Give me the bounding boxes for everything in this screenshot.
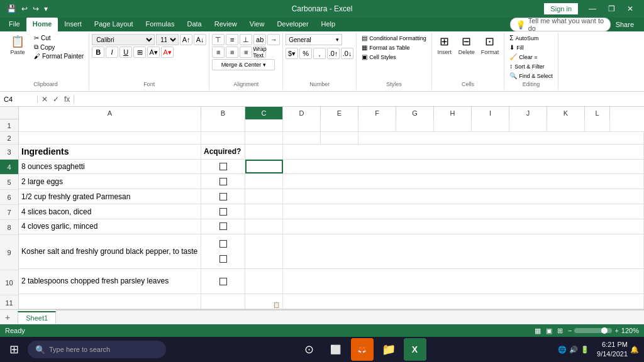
row-num-7[interactable]: 7 [0,205,19,220]
cell-a3-ingredients[interactable]: Ingredients [19,145,201,159]
sort-filter-btn[interactable]: ↕ Sort & Filter [507,62,547,70]
checkbox-b9b[interactable] [219,255,227,263]
indent-increase-btn[interactable]: → [267,34,280,45]
row-num-3[interactable]: 3 [0,145,19,160]
sign-in-button[interactable]: Sign in [543,3,579,15]
col-header-c[interactable]: C [245,107,283,119]
font-name-select[interactable]: Calibri [92,34,155,45]
cell-c6[interactable] [245,189,283,204]
delete-btn[interactable]: ⊟ Delete [456,34,477,57]
save-quick-btn[interactable]: 💾 [5,3,18,14]
cell-j1[interactable] [509,119,547,131]
col-header-k[interactable]: K [547,107,585,119]
row-num-6[interactable]: 6 [0,190,19,205]
cell-a7[interactable]: 4 slices bacon, diced [19,204,201,219]
cell-a2[interactable] [19,132,201,144]
taskbar-firefox-btn[interactable]: 🦊 [351,338,374,361]
font-size-select[interactable]: 11 [156,34,179,45]
cell-e2[interactable] [321,132,358,144]
cell-a5[interactable]: 2 large eggs [19,174,201,189]
row-num-9[interactable]: 9 [0,235,19,270]
cell-d1[interactable] [283,119,321,131]
cell-l1[interactable] [585,119,610,131]
underline-button[interactable]: U [119,47,132,58]
cell-i1[interactable] [472,119,509,131]
cell-b10-checkbox[interactable] [201,269,245,293]
fill-btn[interactable]: ⬇ Fill [507,43,526,52]
checkbox-b7[interactable] [219,208,227,216]
tab-review[interactable]: Review [208,18,243,31]
cell-a11[interactable] [19,294,201,309]
view-normal-btn[interactable]: ▦ [535,327,541,335]
merge-center-btn[interactable]: Merge & Center ▾ [212,59,275,70]
tell-me-box[interactable]: 💡 Tell me what you want to do [510,18,611,31]
col-header-d[interactable]: D [283,107,321,119]
redo-quick-btn[interactable]: ↪ [31,3,41,14]
cell-c8[interactable] [245,219,283,234]
taskbar-cortana-btn[interactable]: ⊙ [298,338,321,361]
align-left-btn[interactable]: ≡ [212,47,225,58]
cell-remaining-8[interactable] [283,219,644,234]
cut-button[interactable]: ✂ Cut [31,34,86,42]
col-header-j[interactable]: J [509,107,547,119]
currency-btn[interactable]: $▾ [286,48,298,59]
find-select-btn[interactable]: 🔍 Find & Select [507,72,555,80]
cell-a6[interactable]: 1/2 cup freshly grated Parmesan [19,189,201,204]
taskbar-search[interactable]: 🔍 [28,341,166,358]
conditional-formatting-btn[interactable]: ▤ Conditional Formatting [359,34,429,42]
row-num-4[interactable]: 4 [0,160,19,175]
border-button[interactable]: ⊞ [133,47,146,58]
cell-b2[interactable] [201,132,245,144]
col-header-l[interactable]: L [585,107,610,119]
sheet-tab-sheet1[interactable]: Sheet1 [18,311,56,324]
tab-help[interactable]: Help [315,18,342,31]
cell-styles-btn[interactable]: ▣ Cell Styles [359,53,399,61]
cell-c4-selected[interactable] [245,160,283,174]
checkbox-b4[interactable] [219,163,227,170]
cell-c3[interactable] [245,145,283,159]
cell-c7[interactable] [245,204,283,219]
comma-btn[interactable]: , [313,48,326,59]
tab-insert[interactable]: Insert [58,18,88,31]
increase-font-btn[interactable]: A↑ [180,34,192,45]
row-num-2[interactable]: 2 [0,132,19,145]
row-num-11[interactable]: 11 [0,295,19,309]
cell-a4[interactable]: 8 ounces spaghetti [19,160,201,174]
cell-c5[interactable] [245,174,283,189]
col-header-b[interactable]: B [201,107,245,119]
checkbox-b10[interactable] [219,278,227,285]
increase-decimal-btn[interactable]: .0↑ [327,48,340,59]
cell-remaining-9[interactable] [283,234,644,269]
cell-b1[interactable] [201,119,245,131]
tab-developer[interactable]: Developer [270,18,314,31]
wrap-text-btn[interactable]: Wrap Text [253,47,266,58]
align-right-btn[interactable]: ≡ [240,47,252,58]
insert-btn[interactable]: ⊞ Insert [435,34,455,57]
undo-quick-btn[interactable]: ↩ [19,3,30,14]
align-top-btn[interactable]: ⊤ [212,34,225,45]
cell-remaining-3[interactable] [283,145,644,159]
minimize-button[interactable]: — [584,3,601,15]
cell-a10[interactable]: 2 tablespoons chopped fresh parsley leav… [19,269,201,293]
tab-home[interactable]: Home [26,18,58,31]
decrease-decimal-btn[interactable]: .0↓ [341,48,353,59]
orientation-btn[interactable]: ab [253,34,266,45]
cell-remaining-6[interactable] [283,189,644,204]
zoom-in-btn[interactable]: + [614,327,618,334]
tab-view[interactable]: View [243,18,271,31]
insert-function-btn[interactable]: fx [63,95,71,104]
paste-button[interactable]: 📋 Paste [5,34,30,57]
cell-c9[interactable] [245,234,283,269]
checkbox-b8[interactable] [219,222,227,230]
zoom-out-btn[interactable]: − [568,327,572,334]
format-painter-button[interactable]: 🖌 Format Painter [31,52,86,60]
cell-a1[interactable] [19,119,201,131]
cell-remaining-10[interactable] [283,269,644,293]
checkbox-b6[interactable] [219,193,227,200]
customize-quick-btn[interactable]: ▾ [42,3,50,14]
format-btn[interactable]: ⊡ Format [479,34,502,57]
taskbar-taskview-btn[interactable]: ⬜ [325,338,347,361]
cell-b11[interactable] [201,294,245,309]
cell-reference-box[interactable]: C4 [0,96,38,103]
col-header-f[interactable]: F [358,107,396,119]
